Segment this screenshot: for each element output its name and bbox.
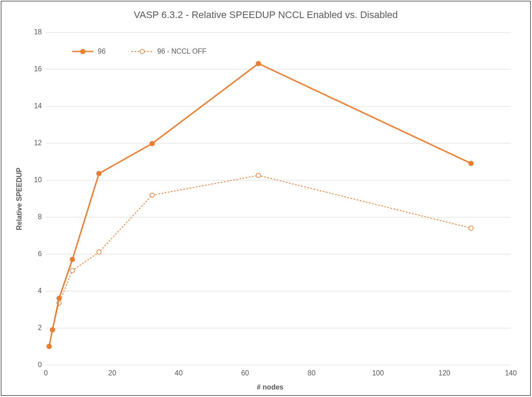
svg-point-3 [140, 49, 144, 54]
datapoint-96 [56, 296, 62, 301]
datapoint-nccl-off [150, 193, 154, 197]
datapoint-96 [96, 171, 102, 176]
legend-swatch-96 [72, 48, 93, 55]
x-tick: 140 [505, 369, 517, 377]
legend-entry-96-nccl-off: 96 - NCCL OFF [132, 48, 206, 55]
y-tick: 12 [29, 139, 42, 147]
datapoint-96 [256, 61, 261, 66]
series-96 [49, 63, 471, 346]
datapoint-96 [468, 161, 473, 166]
datapoint-nccl-off [469, 226, 473, 230]
legend-label: 96 [98, 48, 106, 55]
x-tick: 60 [241, 369, 249, 377]
y-tick: 4 [32, 287, 42, 295]
series-96-nccl-off [49, 176, 471, 347]
chart-svg [46, 32, 511, 365]
legend-entry-96: 96 [72, 48, 106, 55]
datapoint-nccl-off [70, 268, 74, 273]
chart-frame: VASP 6.3.2 - Relative SPEEDUP NCCL Enabl… [1, 1, 531, 396]
y-tick: 2 [32, 324, 42, 332]
y-tick: 14 [29, 102, 42, 110]
legend-label: 96 - NCCL OFF [157, 48, 206, 55]
y-tick: 16 [29, 65, 42, 73]
y-axis-label: Relative SPEEDUP [15, 168, 23, 230]
datapoint-nccl-off [97, 250, 101, 254]
x-tick: 40 [175, 369, 183, 377]
datapoint-nccl-off [256, 173, 261, 178]
gridline-y [46, 365, 511, 365]
datapoint-96 [47, 344, 52, 349]
y-tick: 0 [32, 361, 42, 369]
y-tick: 10 [29, 176, 42, 184]
datapoint-96 [149, 141, 155, 146]
y-tick: 8 [32, 213, 42, 221]
y-tick: 18 [29, 28, 42, 36]
chart-title: VASP 6.3.2 - Relative SPEEDUP NCCL Enabl… [1, 9, 530, 21]
svg-point-1 [80, 49, 85, 54]
x-tick: 20 [108, 369, 116, 377]
y-tick: 6 [32, 250, 42, 258]
datapoint-96 [50, 327, 55, 332]
x-tick: 80 [307, 369, 315, 377]
x-tick: 100 [372, 369, 384, 377]
x-tick: 0 [44, 369, 48, 377]
x-tick: 120 [439, 369, 451, 377]
plot-area: 96 96 - NCCL OFF [46, 32, 511, 365]
x-axis-label: # nodes [257, 383, 283, 391]
datapoint-96 [70, 257, 75, 262]
legend-swatch-96-nccl-off [132, 48, 153, 55]
